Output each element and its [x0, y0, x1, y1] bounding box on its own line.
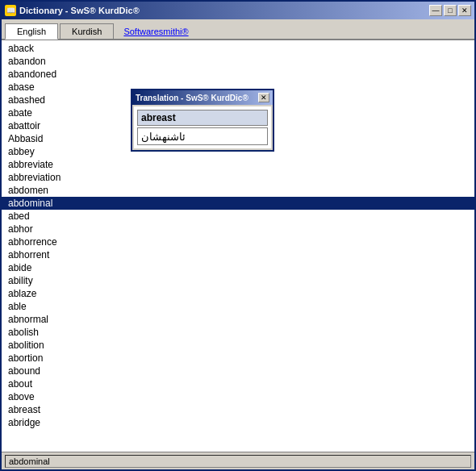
list-item[interactable]: abreast	[2, 403, 474, 416]
list-item[interactable]: abound	[2, 365, 474, 377]
popup-title-bar: Translation - SwS® KurdDic® ✕	[132, 90, 273, 105]
translation-popup: Translation - SwS® KurdDic® ✕ abreast ئا…	[131, 89, 274, 152]
popup-content: abreast ئاشنهشان	[134, 106, 271, 148]
list-item[interactable]: ablaze	[2, 287, 474, 300]
list-item[interactable]: abhor	[2, 223, 474, 235]
title-bar-text: 📖 Dictionary - SwS® KurdDic®	[5, 5, 140, 16]
list-item[interactable]: abbreviation	[2, 171, 474, 184]
status-bar: abdominal	[2, 452, 474, 469]
list-item[interactable]: abolition	[2, 339, 474, 352]
popup-close-button[interactable]: ✕	[258, 93, 269, 102]
list-item[interactable]: aback	[2, 42, 474, 55]
list-item[interactable]: abortion	[2, 352, 474, 365]
title-bar: 📖 Dictionary - SwS® KurdDic® — □ ✕	[2, 2, 474, 19]
content-area: abackabandonabandonedabaseabashedabateab…	[2, 40, 474, 452]
list-item[interactable]: abide	[2, 261, 474, 274]
list-item[interactable]: abridge	[2, 416, 474, 429]
tab-kurdish[interactable]: Kurdish	[60, 23, 114, 40]
tab-english[interactable]: English	[5, 23, 58, 40]
list-item[interactable]: abandoned	[2, 68, 474, 81]
list-item[interactable]: ability	[2, 274, 474, 287]
softwaresmithi-link[interactable]: Softwaresmithi®	[115, 24, 196, 39]
minimize-button[interactable]: —	[429, 5, 442, 16]
list-item[interactable]: abbreviate	[2, 158, 474, 171]
list-item[interactable]: above	[2, 390, 474, 403]
tabs-bar: English Kurdish Softwaresmithi®	[2, 19, 474, 40]
list-item[interactable]: about	[2, 377, 474, 390]
popup-title: Translation - SwS® KurdDic®	[136, 94, 248, 102]
popup-translation: ئاشنهشان	[137, 127, 268, 145]
list-item[interactable]: abed	[2, 210, 474, 223]
main-window: 📖 Dictionary - SwS® KurdDic® — □ ✕ Engli…	[0, 0, 476, 471]
list-item[interactable]: abnormal	[2, 313, 474, 326]
list-item[interactable]: abolish	[2, 326, 474, 339]
list-item[interactable]: abdominal	[2, 197, 474, 210]
maximize-button[interactable]: □	[444, 5, 457, 16]
status-text: abdominal	[5, 455, 471, 468]
window-title: Dictionary - SwS® KurdDic®	[19, 6, 140, 15]
list-item[interactable]: abandon	[2, 55, 474, 68]
list-item[interactable]: abhorrent	[2, 248, 474, 261]
list-item[interactable]: able	[2, 300, 474, 313]
popup-word: abreast	[137, 110, 268, 126]
app-icon: 📖	[5, 5, 16, 16]
list-item[interactable]: abhorrence	[2, 235, 474, 248]
title-bar-controls: — □ ✕	[429, 5, 471, 16]
list-item[interactable]: abdomen	[2, 184, 474, 197]
close-button[interactable]: ✕	[458, 5, 471, 16]
